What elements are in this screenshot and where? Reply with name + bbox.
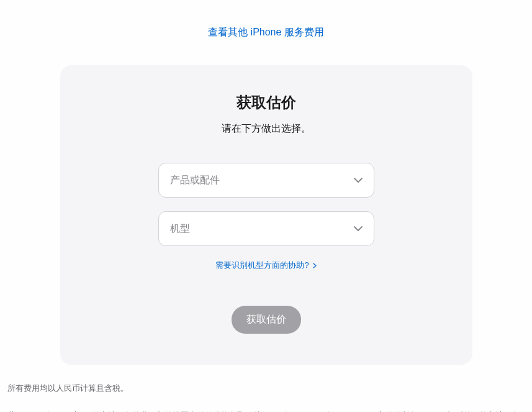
estimate-card: 获取估价 请在下方做出选择。 产品或配件 机型 需要识别机型方面的协助?: [60, 65, 472, 365]
model-select[interactable]: 机型: [158, 211, 374, 246]
chevron-right-icon: [313, 263, 317, 268]
model-select-placeholder: 机型: [170, 222, 190, 236]
identify-help-link[interactable]: 需要识别机型方面的协助?: [215, 260, 316, 271]
other-services-link[interactable]: 查看其他 iPhone 服务费用: [208, 26, 324, 39]
chevron-down-icon: [354, 226, 363, 231]
chevron-down-icon: [354, 178, 363, 183]
help-link-text: 需要识别机型方面的协助?: [215, 260, 309, 271]
product-select[interactable]: 产品或配件: [158, 163, 374, 198]
footer-line2: 截至 2023 年 2 月底, 保外电池服务的费用都将按照当前的价格收取。从 2…: [7, 408, 525, 413]
footer-text: 所有费用均以人民币计算且含税。 截至 2023 年 2 月底, 保外电池服务的费…: [0, 382, 532, 412]
get-estimate-button[interactable]: 获取估价: [232, 306, 301, 334]
card-title: 获取估价: [237, 93, 296, 112]
product-select-wrapper: 产品或配件: [158, 163, 374, 198]
footer-line1: 所有费用均以人民币计算且含税。: [7, 382, 525, 395]
card-subtitle: 请在下方做出选择。: [222, 122, 311, 135]
model-select-wrapper: 机型: [158, 211, 374, 246]
product-select-placeholder: 产品或配件: [170, 174, 220, 187]
